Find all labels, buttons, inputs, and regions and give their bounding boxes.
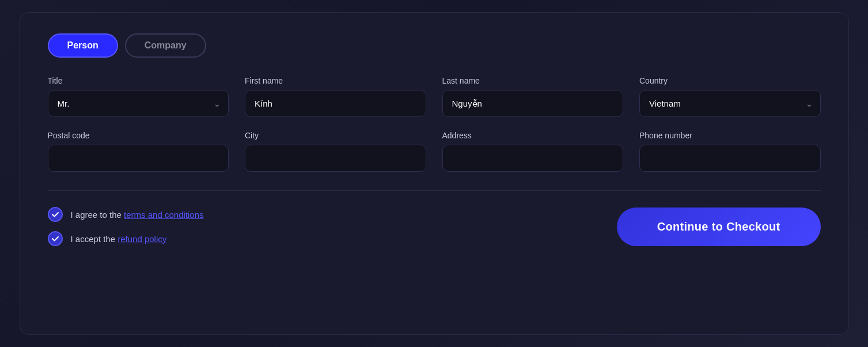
first-name-label: First name (245, 76, 426, 85)
address-input[interactable] (442, 145, 624, 172)
address-field-group: Address (442, 131, 624, 172)
first-name-field-group: First name (245, 76, 426, 117)
tab-person[interactable]: Person (48, 33, 118, 58)
phone-input[interactable] (639, 145, 821, 172)
bottom-row: I agree to the terms and conditions I ac… (48, 207, 821, 246)
refund-label: I accept the refund policy (71, 234, 167, 244)
refund-link[interactable]: refund policy (117, 234, 166, 244)
section-divider (48, 190, 821, 191)
postal-code-field-group: Postal code (48, 131, 229, 172)
address-label: Address (442, 131, 624, 140)
terms-checkbox[interactable] (48, 207, 63, 222)
country-field-group: Country Vietnam United States United Kin… (639, 76, 821, 117)
title-field-group: Title Mr. Mrs. Ms. Dr. ⌄ (48, 76, 229, 117)
tab-company[interactable]: Company (125, 33, 206, 58)
last-name-input[interactable] (442, 90, 624, 117)
city-input[interactable] (245, 145, 426, 172)
country-label: Country (639, 76, 821, 85)
postal-code-input[interactable] (48, 145, 229, 172)
last-name-field-group: Last name (442, 76, 624, 117)
terms-check-icon (51, 210, 59, 218)
country-select[interactable]: Vietnam United States United Kingdom Fra… (639, 90, 821, 117)
title-select[interactable]: Mr. Mrs. Ms. Dr. (48, 90, 229, 117)
title-select-wrapper: Mr. Mrs. Ms. Dr. ⌄ (48, 90, 229, 117)
checkout-card: Person Company Title Mr. Mrs. Ms. Dr. ⌄ … (20, 12, 849, 335)
title-label: Title (48, 76, 229, 85)
city-field-group: City (245, 131, 426, 172)
refund-check-icon (51, 235, 59, 243)
form-grid: Title Mr. Mrs. Ms. Dr. ⌄ First name Last… (48, 76, 821, 172)
last-name-label: Last name (442, 76, 624, 85)
first-name-input[interactable] (245, 90, 426, 117)
postal-code-label: Postal code (48, 131, 229, 140)
refund-checkbox-item: I accept the refund policy (48, 231, 204, 246)
tab-row: Person Company (48, 33, 821, 58)
refund-checkbox[interactable] (48, 231, 63, 246)
phone-field-group: Phone number (639, 131, 821, 172)
terms-label: I agree to the terms and conditions (71, 210, 204, 220)
continue-to-checkout-button[interactable]: Continue to Checkout (617, 208, 821, 246)
city-label: City (245, 131, 426, 140)
terms-checkbox-item: I agree to the terms and conditions (48, 207, 204, 222)
agreement-checkboxes: I agree to the terms and conditions I ac… (48, 207, 204, 246)
phone-label: Phone number (639, 131, 821, 140)
terms-link[interactable]: terms and conditions (124, 210, 203, 220)
country-select-wrapper: Vietnam United States United Kingdom Fra… (639, 90, 821, 117)
